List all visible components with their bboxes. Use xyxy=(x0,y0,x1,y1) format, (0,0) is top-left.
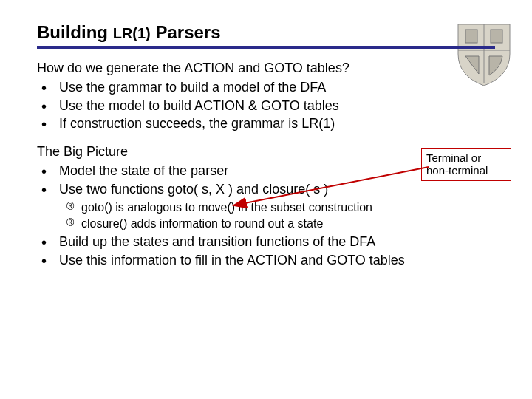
list-item: closure() adds information to round out … xyxy=(37,216,495,232)
list-item: Use the model to build ACTION & GOTO tab… xyxy=(37,97,495,115)
section2-sublist: goto() is analogous to move() in the sub… xyxy=(37,200,495,231)
title-pre: Building xyxy=(37,22,113,42)
title-small: LR(1) xyxy=(113,25,151,41)
slide: Building LR(1) Parsers How do we generat… xyxy=(0,0,532,269)
list-item: Build up the states and transition funct… xyxy=(37,233,495,250)
title-block: Building LR(1) Parsers xyxy=(37,22,495,49)
title-post: Parsers xyxy=(151,22,221,42)
title-rule xyxy=(37,46,495,49)
section1-list: Use the grammar to build a model of the … xyxy=(37,78,495,132)
annotation-line2: non-terminal xyxy=(426,164,506,177)
section2-list-bottom: Build up the states and transition funct… xyxy=(37,233,495,269)
list-item: Use the grammar to build a model of the … xyxy=(37,78,495,96)
list-item: If construction succeeds, the grammar is… xyxy=(37,115,495,132)
list-item: goto() is analogous to move() in the sub… xyxy=(37,200,495,216)
annotation-line1: Terminal or xyxy=(426,151,506,164)
list-item: Use this information to fill in the ACTI… xyxy=(37,251,495,269)
list-item: Use two functions goto( s, X ) and closu… xyxy=(37,180,495,198)
page-title: Building LR(1) Parsers xyxy=(37,22,495,43)
section1-lead: How do we generate the ACTION and GOTO t… xyxy=(37,59,495,77)
annotation-callout: Terminal or non-terminal xyxy=(421,148,511,181)
